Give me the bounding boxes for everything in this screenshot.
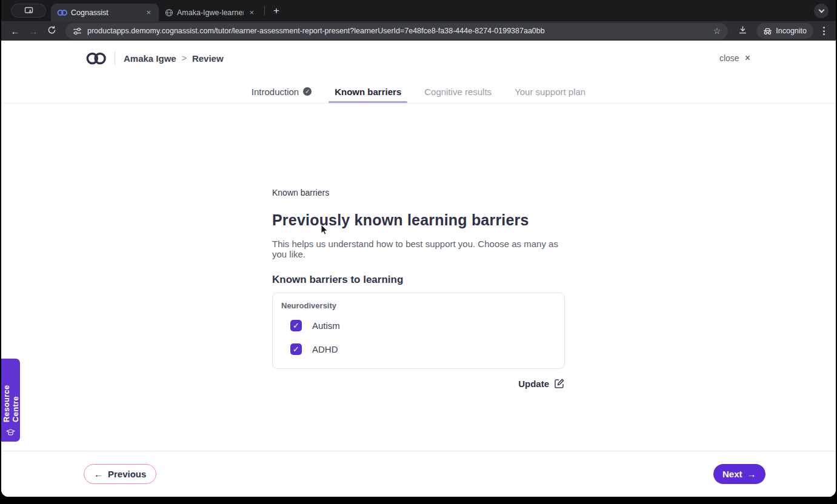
incognito-badge[interactable]: Incognito — [756, 23, 813, 39]
breadcrumb-learner-name[interactable]: Amaka Igwe — [124, 53, 176, 64]
downloads-button[interactable] — [734, 25, 752, 37]
browser-tab-strip: Cognassist × Amaka-Igwe-learner-report.p… — [1, 0, 836, 21]
section-eyebrow: Known barriers — [272, 188, 565, 197]
close-label: close — [719, 53, 739, 63]
url-text[interactable]: productapps.demomy.cognassist.com/tutor/… — [87, 27, 709, 35]
tab-close-icon[interactable]: × — [247, 8, 256, 17]
arrow-left-icon: ← — [94, 469, 103, 479]
url-bar[interactable]: productapps.demomy.cognassist.com/tutor/… — [65, 23, 728, 39]
browser-window: Cognassist × Amaka-Igwe-learner-report.p… — [1, 0, 836, 497]
update-button[interactable]: Update — [518, 379, 549, 389]
breadcrumb-page: Review — [192, 53, 224, 64]
tab-search-button[interactable] — [11, 4, 46, 18]
browser-tab-report[interactable]: Amaka-Igwe-learner-report.p × — [159, 4, 262, 21]
tab-divider — [264, 6, 265, 15]
incognito-label: Incognito — [776, 27, 807, 35]
page-description: This helps us understand how to best sup… — [272, 239, 565, 259]
tab-introduction[interactable]: Introduction ✓ — [250, 80, 313, 103]
option-label: Autism — [312, 320, 340, 331]
option-label: ADHD — [312, 344, 338, 354]
download-icon — [738, 25, 747, 35]
reload-button[interactable] — [44, 25, 59, 36]
tab-cognitive-results[interactable]: Cognitive results — [423, 80, 493, 103]
option-adhd[interactable]: ✓ ADHD — [290, 343, 556, 355]
arrow-right-icon: → — [747, 469, 756, 479]
group-label: Neurodiversity — [281, 301, 556, 310]
tab-label: Known barriers — [335, 87, 401, 97]
option-autism[interactable]: ✓ Autism — [290, 320, 556, 331]
tab-title: Cognassist — [71, 8, 141, 17]
tab-your-support-plan[interactable]: Your support plan — [513, 80, 587, 103]
card-heading: Known barriers to learning — [272, 274, 565, 286]
page-title: Previously known learning barriers — [272, 211, 565, 229]
globe-favicon — [165, 8, 173, 17]
main-content: Known barriers Previously known learning… — [272, 188, 565, 389]
incognito-icon — [763, 27, 772, 35]
tab-title: Amaka-Igwe-learner-report.p — [177, 8, 244, 17]
close-icon: × — [745, 53, 750, 64]
close-review-button[interactable]: close × — [719, 53, 750, 64]
next-button[interactable]: Next → — [713, 464, 765, 484]
tab-label: Your support plan — [515, 87, 585, 97]
new-tab-button[interactable]: + — [268, 5, 284, 17]
update-row: Update — [272, 378, 565, 389]
tab-close-icon[interactable]: × — [144, 8, 153, 17]
checkbox-checked-icon[interactable]: ✓ — [290, 320, 302, 331]
edit-icon[interactable] — [554, 378, 565, 389]
barriers-card: Neurodiversity ✓ Autism ✓ ADHD — [272, 293, 565, 369]
resource-centre-button[interactable]: Resource Centre — [1, 359, 20, 442]
next-label: Next — [722, 469, 742, 479]
reload-icon — [47, 25, 56, 35]
brand-divider — [115, 51, 115, 65]
tab-label: Introduction — [252, 87, 299, 97]
previous-label: Previous — [108, 469, 146, 479]
tab-list-menu-button[interactable] — [814, 4, 829, 18]
bookmark-star-icon[interactable]: ☆ — [713, 26, 721, 36]
completed-check-icon: ✓ — [303, 87, 312, 96]
breadcrumb-separator: > — [182, 53, 187, 63]
back-button[interactable]: ← — [7, 26, 23, 36]
breadcrumb: Amaka Igwe > Review — [124, 53, 224, 64]
forward-button[interactable]: → — [25, 26, 41, 36]
app-header: Amaka Igwe > Review close × — [1, 41, 836, 76]
resource-centre-label: Resource Centre — [2, 359, 20, 428]
app-page: Amaka Igwe > Review close × Introduction… — [1, 41, 836, 497]
section-tabs: Introduction ✓ Known barriers Cognitive … — [1, 80, 836, 104]
browser-menu-button[interactable] — [818, 27, 830, 35]
footer: ← Previous Next → — [1, 451, 836, 497]
tab-known-barriers[interactable]: Known barriers — [333, 80, 402, 103]
cognassist-favicon — [57, 9, 67, 16]
checkbox-checked-icon[interactable]: ✓ — [290, 343, 302, 355]
cognassist-logo-icon — [85, 51, 106, 66]
site-settings-icon — [73, 27, 82, 35]
mouse-cursor — [321, 224, 329, 236]
chevron-down-icon — [818, 7, 824, 13]
graduation-cap-icon — [6, 428, 15, 436]
browser-tab-cognassist[interactable]: Cognassist × — [51, 4, 159, 21]
browser-toolbar: ← → productapps.demomy.cognassist.com/tu… — [1, 21, 836, 41]
tab-label: Cognitive results — [424, 87, 492, 97]
brand: Amaka Igwe > Review — [85, 51, 224, 66]
screen-share-icon — [24, 7, 33, 15]
previous-button[interactable]: ← Previous — [84, 464, 156, 484]
